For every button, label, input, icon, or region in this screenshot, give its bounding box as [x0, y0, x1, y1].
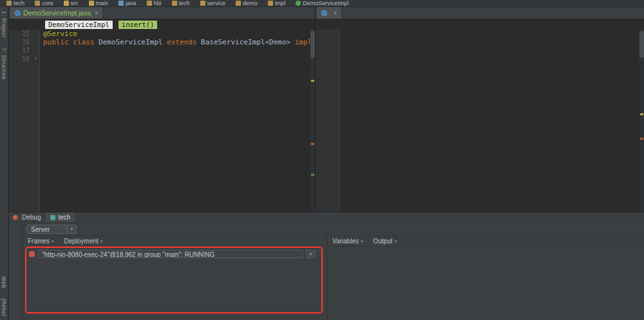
debug-toolbar: Server ▼	[23, 223, 644, 236]
error-stripe-mark[interactable]	[311, 143, 314, 145]
chevron-down-icon: ▾	[100, 239, 103, 244]
thread-dropdown-button[interactable]: ▼	[306, 250, 316, 258]
line-number[interactable]: 15	[22, 30, 30, 37]
package-icon	[172, 1, 177, 6]
breadcrumb-label: demo	[243, 0, 258, 6]
breadcrumb-item-src[interactable]: src	[64, 0, 79, 6]
close-tab-icon[interactable]: ×	[95, 10, 98, 16]
breadcrumb-item-hbi[interactable]: hbi	[147, 0, 162, 6]
tab-variables[interactable]: Variables ▾	[332, 238, 363, 245]
implementing-method-icon[interactable]: ↑	[35, 55, 38, 62]
folder-icon	[89, 1, 94, 6]
breadcrumb-label: DemoServiceImpl	[303, 0, 348, 6]
tab-label: Deployment	[64, 238, 98, 245]
thread-icon	[29, 251, 35, 257]
editor-tab[interactable]: ×	[317, 7, 342, 19]
breadcrumb-label: tech	[179, 0, 190, 6]
class-icon	[296, 1, 301, 6]
editor-tab[interactable]: DemoServiceImpl.java ×	[10, 7, 103, 19]
breadcrumb-item-impl[interactable]: impl	[268, 0, 286, 6]
editor-breadcrumbs	[316, 19, 644, 30]
scrollbar-thumb[interactable]	[639, 31, 644, 58]
code-line: public class DemoServiceImpl extends Bas…	[40, 38, 310, 46]
frames-column: Frames ▾ Deployment ▾ "http-nio-8080-exe…	[23, 236, 327, 320]
editor-pane-service: DemoServiceImpl.java × DemoServiceImplin…	[9, 7, 316, 212]
editor-breadcrumbs: DemoServiceImplinsert()	[9, 19, 315, 30]
editor-body: 15161718↑ @Servicepublic class DemoServi…	[9, 30, 315, 212]
breadcrumb-item-core[interactable]: core	[35, 0, 53, 6]
editor-gutter: 15161718↑	[9, 30, 40, 212]
editor-tabs: ×	[316, 7, 644, 19]
tab-frames[interactable]: Frames ▾	[28, 238, 53, 245]
thread-row: "http-nio-8080-exec-24"@18,962 in group …	[29, 249, 319, 259]
scrollbar-thumb[interactable]	[310, 31, 315, 58]
left-tool-stripe: 1: Project7: Structure WebjRebel	[0, 7, 8, 320]
breadcrumb-label: impl	[275, 0, 286, 6]
tab-label: Variables	[332, 238, 359, 245]
module-icon	[6, 1, 12, 6]
folder-icon	[64, 1, 69, 6]
breadcrumb-item-tech[interactable]: tech	[172, 0, 190, 6]
debug-icon	[13, 215, 18, 220]
breadcrumb-label: core	[42, 0, 53, 6]
editor-split: DemoServiceImpl.java × DemoServiceImplin…	[9, 7, 644, 212]
chevron-down-icon: ▾	[395, 239, 397, 244]
module-icon	[35, 1, 40, 6]
breadcrumb-item-DemoServiceImpl[interactable]: DemoServiceImpl	[296, 0, 348, 6]
editor-breadcrumb[interactable]: DemoServiceImpl	[45, 21, 113, 29]
code-area[interactable]	[340, 30, 644, 212]
line-number[interactable]: 17	[22, 47, 30, 54]
editor-gutter	[316, 30, 340, 212]
tool-window-button-jrebel[interactable]: jRebel	[1, 299, 7, 316]
editor-pane-controller: ×	[316, 7, 644, 212]
package-icon	[200, 1, 205, 6]
code-line: @Service	[40, 30, 310, 38]
debug-side-toolbar	[9, 223, 23, 320]
breadcrumb-label: main	[96, 0, 109, 6]
breadcrumb-item-service[interactable]: service	[200, 0, 226, 6]
code-line	[40, 46, 310, 55]
tab-output[interactable]: Output ▾	[373, 238, 397, 245]
editor-scrollbar[interactable]	[310, 30, 315, 212]
tool-window-button-structure[interactable]: 7: Structure	[1, 48, 7, 80]
debug-session-tab[interactable]: tech	[44, 212, 76, 222]
error-stripe-mark[interactable]	[640, 138, 643, 140]
run-configuration-icon	[50, 215, 55, 220]
editor-scrollbar[interactable]	[639, 30, 644, 212]
package-icon	[236, 1, 241, 6]
debug-panel: Debug tech Server ▼ Frames ▾	[9, 212, 644, 320]
breadcrumb-bar: techcoresrcmainjavahbitechservicedemoimp…	[0, 0, 644, 7]
error-stripe-mark[interactable]	[311, 174, 314, 176]
code-area[interactable]: @Servicepublic class DemoServiceImpl ext…	[40, 30, 315, 212]
tab-deployment[interactable]: Deployment ▾	[64, 238, 102, 245]
source-folder-icon	[118, 1, 124, 6]
red-annotation-box-frames: "http-nio-8080-exec-24"@18,962 in group …	[25, 247, 323, 314]
stripe-bottom: WebjRebel	[1, 276, 7, 316]
package-icon	[268, 1, 273, 6]
line-number[interactable]: 16	[22, 39, 30, 46]
breadcrumb-item-java[interactable]: java	[118, 0, 137, 6]
breadcrumb-item-tech[interactable]: tech	[6, 0, 24, 6]
editor-tab-label: DemoServiceImpl.java	[23, 9, 91, 17]
tab-label: Frames	[28, 238, 50, 245]
editor-breadcrumb[interactable]: insert()	[118, 21, 158, 29]
chevron-down-icon: ▾	[52, 239, 54, 244]
server-selector-label: Server	[31, 226, 50, 233]
error-stripe-mark[interactable]	[311, 80, 314, 82]
close-tab-icon[interactable]: ×	[334, 10, 337, 16]
breadcrumb-item-demo[interactable]: demo	[236, 0, 258, 6]
breadcrumb-label: src	[71, 0, 79, 6]
server-selector[interactable]: Server ▼	[26, 225, 77, 234]
breadcrumb-label: java	[126, 0, 137, 6]
line-number[interactable]: 18	[22, 55, 30, 62]
thread-selector[interactable]: "http-nio-8080-exec-24"@18,962 in group …	[38, 250, 303, 258]
debug-session-tab-label: tech	[58, 214, 70, 221]
java-class-icon	[15, 10, 21, 16]
breadcrumb-label: tech	[14, 0, 24, 6]
breadcrumb-item-main[interactable]: main	[89, 0, 109, 6]
error-stripe-mark[interactable]	[640, 113, 643, 115]
variables-tabs: Variables ▾ Output ▾	[327, 236, 644, 247]
tool-window-button-project[interactable]: 1: Project	[1, 11, 7, 37]
frames-tabs: Frames ▾ Deployment ▾	[25, 236, 327, 246]
tool-window-button-web[interactable]: Web	[1, 276, 7, 288]
